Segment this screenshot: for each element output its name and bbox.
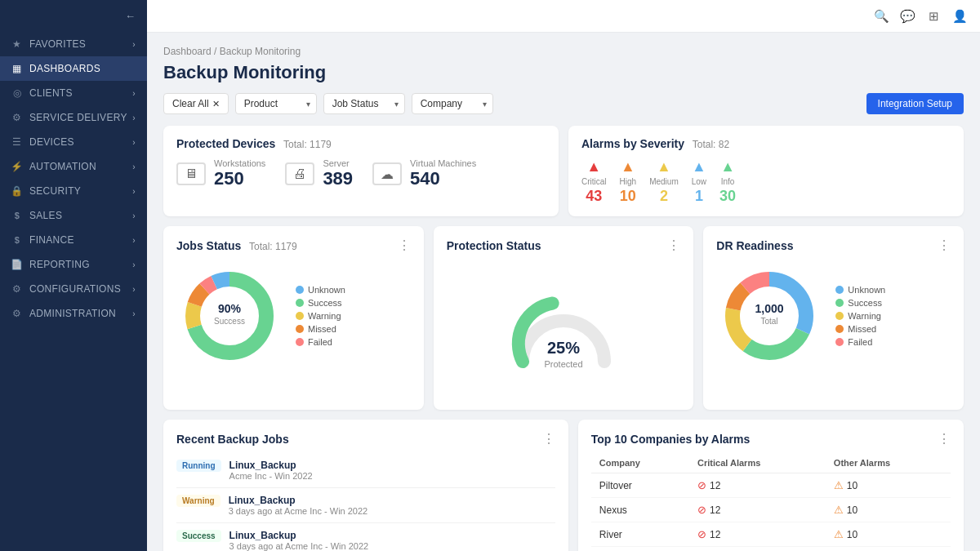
sidebar-item-favorites[interactable]: ★ FAVORITES › [0,32,147,56]
sidebar-item-automation[interactable]: ⚡ AUTOMATION › [0,154,147,179]
vm-info: Virtual Machines 540 [410,158,476,189]
company-filter[interactable]: Company [412,93,493,114]
sidebar-item-sales[interactable]: $ SALES › [0,203,147,228]
recent-jobs-header: Recent Backup Jobs ⋮ [176,431,555,447]
protection-donut-wrap: 25% Protected [447,260,681,398]
company-row-3: Tower ⊘ 12 ⚠ 10 [591,547,951,552]
sidebar-item-configurations[interactable]: ⚙ CONFIGURATIONS › [0,277,147,301]
protected-devices-header: Protected Devices Total: 1179 [176,137,546,150]
sidebar-item-reporting[interactable]: 📄 REPORTING › [0,252,147,277]
security-icon: 🔒 [11,185,23,197]
company-other-3: ⚠ 10 [826,547,951,552]
legend-missed: Missed [296,324,345,334]
company-row-0: Piltover ⊘ 12 ⚠ 10 [591,473,951,498]
legend-dot-warning [296,312,304,320]
breadcrumb: Dashboard / Backup Monitoring [163,46,964,57]
chevron-finance: › [132,236,136,245]
collapse-icon: ← [125,10,136,22]
job-badge-0: Running [176,460,221,472]
job-badge-1: Warning [176,495,220,507]
protection-pct-text: 25% [547,339,580,357]
job-meta-2: 3 days ago at Acme Inc - Win 2022 [229,541,369,551]
integration-setup-button[interactable]: Integration Setup [866,93,964,114]
dr-legend-failed: Failed [835,337,885,347]
chevron-automation: › [132,162,136,171]
companies-table: Company Critical Alarms Other Alarms Pil… [591,453,951,551]
sidebar-item-finance[interactable]: $ FINANCE › [0,228,147,252]
server-info: Server 389 [323,158,353,189]
sidebar-item-service-delivery[interactable]: ⚙ SERVICE DELIVERY › [0,105,147,130]
job-meta-0: Acme Inc - Win 2022 [229,471,313,481]
chevron-service-delivery: › [132,113,136,122]
page-title: Backup Monitoring [163,62,964,83]
recent-jobs-title: Recent Backup Jobs [176,433,289,446]
protection-status-title: Protection Status [447,239,541,252]
dr-readiness-menu[interactable]: ⋮ [938,238,951,253]
workstations-count: 250 [214,168,265,189]
legend-dot-success [296,299,304,307]
main-area: 🔍 💬 ⊞ 👤 Dashboard / Backup Monitoring Ba… [147,0,980,551]
sidebar-item-security[interactable]: 🔒 SECURITY › [0,179,147,203]
sidebar-label-finance: FINANCE [29,234,74,246]
reporting-icon: 📄 [11,259,23,270]
vm-label: Virtual Machines [410,158,476,168]
top-companies-menu[interactable]: ⋮ [938,431,951,447]
job-badge-2: Success [176,530,221,542]
sidebar-item-clients[interactable]: ◎ CLIENTS › [0,81,147,105]
recent-jobs-card: Recent Backup Jobs ⋮ Running Linux_Backu… [163,420,568,551]
legend-label-success: Success [308,298,342,308]
top-companies-title: Top 10 Companies by Alarms [591,433,751,446]
recent-jobs-menu[interactable]: ⋮ [542,431,555,447]
legend-failed: Failed [296,337,345,347]
company-filter-wrap: Company [412,93,493,114]
collapse-button[interactable]: ← [0,0,147,32]
jobs-donut-pct-text: 90% [218,302,242,315]
top-cards-row: Protected Devices Total: 1179 🖥 Workstat… [163,126,964,216]
sidebar-label-service-delivery: SERVICE DELIVERY [29,112,127,123]
chat-icon[interactable]: 💬 [900,9,915,24]
legend-dot-failed [296,338,304,346]
alarm-low-item: ▲ Low 1 [692,158,706,205]
alarms-row: ▲ Critical 43 ▲ High 10 ▲ Medium 2 [581,158,951,205]
chevron-clients: › [132,89,136,98]
jobs-legend: Unknown Success Warning Missed [296,285,345,347]
clear-all-button[interactable]: Clear All ✕ [163,93,229,114]
user-icon[interactable]: 👤 [952,9,967,24]
sidebar-label-dashboards: DASHBOARDS [29,63,100,74]
grid-icon[interactable]: ⊞ [926,9,941,24]
dr-readiness-card: DR Readiness ⋮ 1,000 Total [703,226,964,410]
alarm-medium-icon: ▲ [657,158,671,176]
jobs-status-menu[interactable]: ⋮ [398,238,411,253]
alarm-medium-item: ▲ Medium 2 [649,158,679,205]
protection-sub-text: Protected [544,359,582,369]
search-icon[interactable]: 🔍 [874,9,889,24]
product-filter[interactable]: Product [235,93,317,114]
vm-icon: ☁ [372,162,402,185]
chevron-security: › [132,187,136,196]
jobs-donut-wrap: 90% Success Unknown Success [176,260,411,372]
legend-success: Success [296,298,345,308]
sidebar-item-dashboards[interactable]: ▦ DASHBOARDS [0,56,147,81]
sidebar-label-configurations: CONFIGURATIONS [29,283,121,295]
dashboards-icon: ▦ [11,63,23,74]
top-companies-card: Top 10 Companies by Alarms ⋮ Company Cri… [578,420,964,551]
company-row-1: Nexus ⊘ 12 ⚠ 10 [591,498,951,522]
jobs-status-title: Jobs Status [176,239,241,252]
jobs-status-total: Total: 1179 [249,241,297,252]
sidebar-item-devices[interactable]: ☰ DEVICES › [0,130,147,154]
workstations-icon: 🖥 [176,162,206,185]
breadcrumb-parent[interactable]: Dashboard [163,46,212,57]
configurations-icon: ⚙ [11,283,23,295]
job-status-filter[interactable]: Job Status [323,93,405,114]
alarm-info-count: 30 [719,188,736,205]
topbar: 🔍 💬 ⊞ 👤 [147,0,980,33]
other-icon-1: ⚠ [834,504,844,516]
bottom-cards-row: Recent Backup Jobs ⋮ Running Linux_Backu… [163,420,964,551]
dr-legend: Unknown Success Warning Missed [835,285,885,347]
workstations-info: Workstations 250 [214,158,265,189]
sidebar-item-administration[interactable]: ⚙ ADMINISTRATION › [0,301,147,326]
legend-label-warning: Warning [308,311,341,321]
protection-status-menu[interactable]: ⋮ [667,238,680,253]
alarms-severity-title: Alarms by Severity [581,137,684,150]
job-item-2: Success Linux_Backup 3 days ago at Acme … [176,523,555,551]
